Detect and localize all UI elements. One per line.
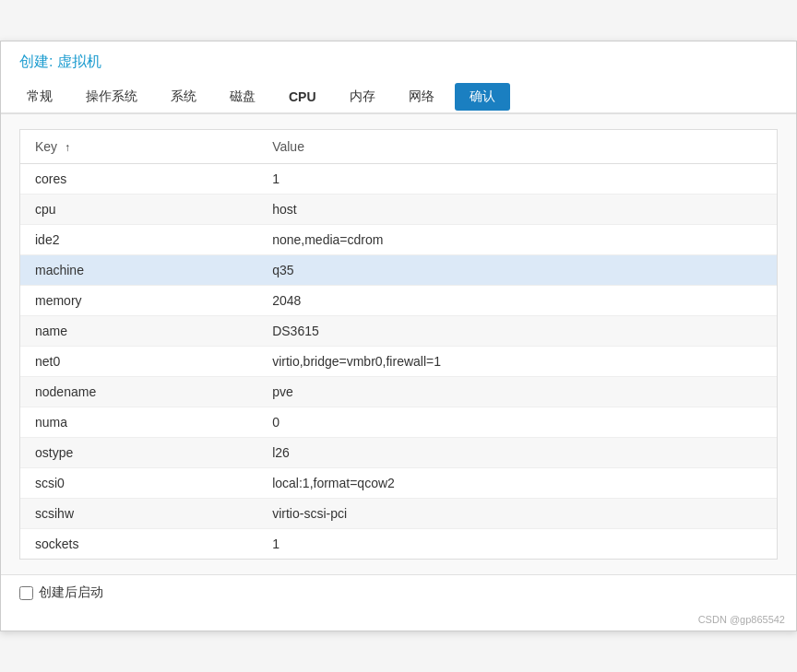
cell-key: ide2 (20, 225, 257, 255)
tab-disk[interactable]: 磁盘 (213, 81, 272, 112)
start-after-create-checkbox[interactable] (19, 586, 33, 600)
start-after-create-checkbox-wrap[interactable]: 创建后启动 (19, 584, 103, 601)
table-row[interactable]: machineq35 (20, 255, 777, 286)
tab-memory[interactable]: 内存 (333, 81, 392, 112)
cell-value: 1 (257, 164, 777, 195)
table-row[interactable]: scsihwvirtio-scsi-pci (20, 499, 777, 529)
table-header: Key ↑ Value (20, 130, 777, 164)
table-row[interactable]: numa0 (20, 407, 777, 438)
column-key-label: Key (35, 139, 57, 154)
cell-key: ostype (20, 438, 257, 468)
table-row[interactable]: cpuhost (20, 195, 777, 225)
cell-value: DS3615 (257, 316, 777, 347)
cell-value: q35 (257, 255, 777, 286)
cell-key: sockets (20, 529, 257, 560)
cell-value: none,media=cdrom (257, 225, 777, 255)
table-row[interactable]: sockets1 (20, 529, 777, 560)
table-row[interactable]: memory2048 (20, 286, 777, 316)
table-row[interactable]: net0virtio,bridge=vmbr0,firewall=1 (20, 347, 777, 377)
data-table-container: Key ↑ Value cores1cpuhostide2none,media=… (19, 129, 778, 560)
column-value-label: Value (272, 139, 304, 154)
footer-bar: 创建后启动 (1, 574, 796, 610)
cell-key: numa (20, 407, 257, 438)
cell-value: 0 (257, 407, 777, 438)
cell-value: 2048 (257, 286, 777, 316)
tab-os[interactable]: 操作系统 (69, 81, 154, 112)
main-window: 创建: 虚拟机 常规操作系统系统磁盘CPU内存网络确认 Key ↑ Value (0, 41, 797, 631)
cell-value: host (257, 195, 777, 225)
window-title: 创建: 虚拟机 (19, 53, 778, 72)
title-bar: 创建: 虚拟机 (1, 41, 796, 72)
tab-cpu[interactable]: CPU (272, 82, 333, 113)
cell-value: virtio,bridge=vmbr0,firewall=1 (257, 347, 777, 377)
start-after-create-label: 创建后启动 (39, 584, 103, 601)
tab-system[interactable]: 系统 (154, 81, 213, 112)
tab-bar: 常规操作系统系统磁盘CPU内存网络确认 (1, 81, 796, 114)
sort-asc-icon: ↑ (65, 141, 70, 154)
tab-network[interactable]: 网络 (392, 81, 451, 112)
table-row[interactable]: ide2none,media=cdrom (20, 225, 777, 255)
tab-confirm[interactable]: 确认 (455, 83, 510, 111)
cell-key: net0 (20, 347, 257, 377)
data-table: Key ↑ Value cores1cpuhostide2none,media=… (20, 130, 777, 559)
cell-key: scsihw (20, 499, 257, 529)
cell-key: cores (20, 164, 257, 195)
content-area: Key ↑ Value cores1cpuhostide2none,media=… (1, 114, 796, 574)
table-body: cores1cpuhostide2none,media=cdrommachine… (20, 164, 777, 560)
table-row[interactable]: scsi0local:1,format=qcow2 (20, 468, 777, 499)
column-value: Value (257, 130, 777, 164)
table-row[interactable]: nameDS3615 (20, 316, 777, 347)
column-key[interactable]: Key ↑ (20, 130, 257, 164)
cell-key: machine (20, 255, 257, 286)
cell-value: 1 (257, 529, 777, 560)
cell-value: pve (257, 377, 777, 407)
table-row[interactable]: nodenamepve (20, 377, 777, 407)
cell-key: memory (20, 286, 257, 316)
watermark: CSDN @gp865542 (1, 610, 796, 631)
cell-key: name (20, 316, 257, 347)
cell-key: scsi0 (20, 468, 257, 499)
table-row[interactable]: cores1 (20, 164, 777, 195)
cell-value: l26 (257, 438, 777, 468)
table-row[interactable]: ostypel26 (20, 438, 777, 468)
cell-value: virtio-scsi-pci (257, 499, 777, 529)
cell-key: nodename (20, 377, 257, 407)
cell-value: local:1,format=qcow2 (257, 468, 777, 499)
tab-general[interactable]: 常规 (10, 81, 69, 112)
cell-key: cpu (20, 195, 257, 225)
